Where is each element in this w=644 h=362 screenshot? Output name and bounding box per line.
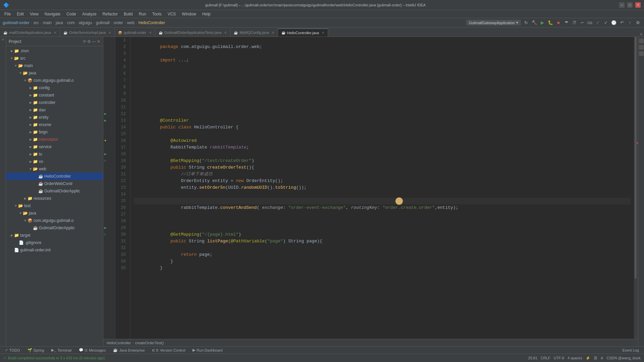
- tree-item-service[interactable]: ▶ 📁 service: [6, 143, 103, 150]
- tab-close-icon-6[interactable]: ✕: [322, 31, 324, 35]
- menu-window[interactable]: Window: [179, 11, 199, 17]
- tab-run-dashboard[interactable]: ▶ Run Dashboard: [189, 347, 226, 353]
- project-gear-icon[interactable]: ⚙: [87, 39, 91, 44]
- nav-com[interactable]: com: [67, 20, 75, 25]
- maximize-button[interactable]: □: [627, 2, 633, 8]
- tree-item-to[interactable]: ▶ 📁 to: [6, 150, 103, 158]
- debug-icon[interactable]: 🐛: [547, 19, 554, 26]
- tab-close-icon-3[interactable]: ✕: [149, 31, 152, 35]
- tree-item-target[interactable]: ▶ 📁 target: [6, 232, 103, 239]
- tab-close-icon-5[interactable]: ✕: [272, 31, 274, 35]
- menu-view[interactable]: View: [27, 11, 41, 17]
- project-sync-icon[interactable]: ⟳: [83, 39, 86, 44]
- tree-item-main[interactable]: ▼ 📂 main: [6, 62, 103, 69]
- tab-messages[interactable]: 💬 0: Messages: [75, 347, 109, 353]
- tree-item-resources[interactable]: ▶ 📁 resources: [6, 195, 103, 202]
- menu-navigate[interactable]: Navigate: [42, 11, 63, 17]
- close-button[interactable]: ✕: [635, 2, 641, 8]
- bc-hello-controller[interactable]: HelloController: [107, 341, 131, 345]
- tree-item-gulimallorderapplic-web[interactable]: ☕ GulimallOrderApplic: [6, 187, 103, 195]
- nav-gulimall[interactable]: gulimall: [96, 20, 110, 25]
- menu-edit[interactable]: Edit: [14, 11, 26, 17]
- tree-item-test[interactable]: ▼ 📂 test: [6, 202, 103, 209]
- tab-gulimall-order[interactable]: 📦 gulimall-order ✕: [115, 28, 155, 37]
- language-toggle[interactable]: 英: [594, 356, 597, 361]
- project-tool-icon[interactable]: ≡: [1, 39, 5, 41]
- right-tool-2[interactable]: [639, 45, 644, 50]
- menu-help[interactable]: Help: [200, 11, 213, 17]
- git-revert-icon[interactable]: ↶: [619, 19, 625, 26]
- nav-project[interactable]: gulimall-order: [3, 20, 30, 25]
- encoding[interactable]: UTF-8: [554, 356, 564, 360]
- run-marker-29[interactable]: ▶: [104, 225, 107, 231]
- nav-main[interactable]: main: [43, 20, 52, 25]
- nav-src[interactable]: src: [34, 20, 39, 25]
- bc-create-order-test[interactable]: createOrderTest(): [135, 341, 164, 345]
- tree-item-web[interactable]: ▼ 📂 web: [6, 165, 103, 173]
- tab-mymqconfig[interactable]: ☕ MyMQConfig.java ✕: [230, 28, 278, 37]
- tree-item-mvn[interactable]: ▶ 📁 .mvn: [6, 47, 103, 55]
- tree-item-feign[interactable]: ▶ 📁 feign: [6, 128, 103, 136]
- nav-order[interactable]: order: [114, 20, 123, 25]
- tree-item-vo[interactable]: ▶ 📁 vo: [6, 158, 103, 165]
- tab-version-control[interactable]: ⑆ 9: Version Control: [149, 348, 189, 353]
- nav-web[interactable]: web: [127, 20, 135, 25]
- tree-item-config[interactable]: ▶ 📁 config: [6, 84, 103, 92]
- menu-analyze[interactable]: Analyze: [79, 11, 99, 17]
- git-settings-icon[interactable]: ⚙: [635, 19, 641, 26]
- history-icon[interactable]: ⤺: [579, 19, 586, 26]
- run-marker-13[interactable]: ▶: [104, 117, 107, 124]
- project-close-icon[interactable]: ✕: [97, 39, 100, 44]
- tree-item-package[interactable]: ▼ 📦 com.atguigu.gulimall.o: [6, 77, 103, 84]
- tree-item-hello-controller[interactable]: ☕ HelloController: [6, 173, 103, 180]
- tree-item-gulimallorderapplic-test[interactable]: ☕ GulimallOrderApplic: [6, 224, 103, 232]
- git-clock-icon[interactable]: 🕐: [610, 19, 617, 26]
- run-marker-12[interactable]: ▶: [104, 111, 107, 117]
- tab-orderserviceimpl[interactable]: ☕ OrderServiceImpl.java ✕: [60, 28, 115, 37]
- refresh-icon[interactable]: ↻: [523, 19, 530, 26]
- tree-item-src[interactable]: ▼ 📂 src: [6, 55, 103, 62]
- git-commit-icon[interactable]: ✓: [602, 19, 609, 26]
- menu-code[interactable]: Code: [64, 11, 79, 17]
- tab-java-enterprise[interactable]: ☕ Java Enterprise: [110, 347, 148, 353]
- git-checkmark-icon[interactable]: ✓: [594, 19, 601, 26]
- tree-item-gitignore[interactable]: 📄 .gitignore: [6, 239, 103, 246]
- run-icon[interactable]: ▶: [539, 19, 546, 26]
- tree-item-package-test[interactable]: ▼ 📦 com.atguigu.gulimall.o: [6, 217, 103, 224]
- tree-item-orderwebcontr[interactable]: ☕ OrderWebContr: [6, 180, 103, 187]
- project-collapse-icon[interactable]: —: [92, 39, 96, 44]
- tree-item-iml[interactable]: 📄 gulimall-order.iml: [6, 246, 103, 254]
- menu-build[interactable]: Build: [121, 11, 136, 17]
- menu-tools[interactable]: Tools: [150, 11, 164, 17]
- tab-gulimallorderapplicationtests[interactable]: ☕ GulimallOrderApplicationTests.java ✕: [155, 28, 231, 37]
- stop-icon[interactable]: ■: [555, 19, 562, 26]
- nav-hello-controller[interactable]: HelloController: [139, 20, 165, 25]
- right-tool-1[interactable]: [639, 39, 644, 43]
- tree-item-enume[interactable]: ▶ 📁 enume: [6, 121, 103, 128]
- menu-file[interactable]: File: [2, 11, 13, 17]
- tree-item-dao[interactable]: ▶ 📁 dao: [6, 106, 103, 114]
- right-tool-3[interactable]: [639, 51, 644, 56]
- tree-item-interceptor[interactable]: ▶ 📁 interceptor: [6, 136, 103, 143]
- code-area[interactable]: ▶ ▶ ● ▶ ▷ ▶ ▷ 1 2 3 4 5 6 7 8 9: [103, 37, 638, 339]
- run-marker-18[interactable]: ▶: [104, 151, 107, 158]
- tab-event-log[interactable]: Event Log: [619, 348, 642, 353]
- minimize-button[interactable]: –: [619, 2, 625, 8]
- tab-terminal[interactable]: ▶_ Terminal: [48, 347, 75, 353]
- tree-item-controller[interactable]: ▶ 📁 controller: [6, 99, 103, 106]
- tree-item-entity[interactable]: ▶ 📁 entity: [6, 114, 103, 121]
- tab-spring[interactable]: 🌱 Spring: [24, 347, 48, 353]
- menu-vcs[interactable]: VCS: [165, 11, 179, 17]
- tab-close-icon-2[interactable]: ✕: [108, 31, 111, 35]
- tab-mallorderapplication[interactable]: ☕ mallOrderApplication.java ✕: [0, 28, 60, 37]
- coverage-icon[interactable]: ☂: [563, 19, 570, 26]
- nav-java[interactable]: java: [56, 20, 63, 25]
- git-push-icon[interactable]: ↑: [627, 19, 633, 26]
- tree-item-java-test[interactable]: ▼ 📂 java: [6, 209, 103, 217]
- menu-refactor[interactable]: Refactor: [100, 11, 120, 17]
- indent-label[interactable]: 4 spaces: [568, 356, 582, 360]
- tab-todo[interactable]: ✓ TODO: [2, 347, 23, 353]
- code-content[interactable]: package com.atguigu.gulimall.order.web; …: [130, 37, 634, 339]
- nav-atguigu[interactable]: atguigu: [79, 20, 92, 25]
- build-icon[interactable]: 🔨: [531, 19, 538, 26]
